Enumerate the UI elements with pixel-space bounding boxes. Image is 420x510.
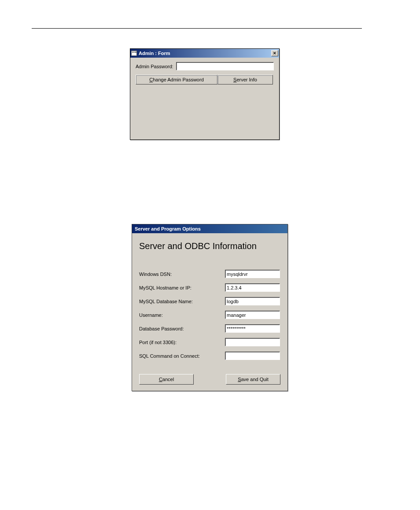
port-label: Port (if not 3306): xyxy=(139,340,225,345)
save-and-quit-button[interactable]: Save and Quit xyxy=(226,374,280,385)
form-icon xyxy=(131,51,137,56)
username-row: Username: xyxy=(139,311,280,319)
sql-command-row: SQL Command on Connect: xyxy=(139,352,280,360)
port-input[interactable] xyxy=(225,338,280,346)
page-divider xyxy=(32,28,362,29)
username-label: Username: xyxy=(139,312,225,318)
sql-command-label: SQL Command on Connect: xyxy=(139,353,225,359)
mysql-db-row: MySQL Database Name: xyxy=(139,297,280,305)
username-input[interactable] xyxy=(225,311,280,319)
port-row: Port (if not 3306): xyxy=(139,338,280,346)
admin-password-input[interactable] xyxy=(176,62,274,70)
admin-titlebar: Admin : Form ✕ xyxy=(130,49,279,58)
server-info-button[interactable]: Server Info xyxy=(217,75,273,84)
server-options-titlebar: Server and Program Options xyxy=(132,224,287,233)
sql-command-input[interactable] xyxy=(225,352,280,360)
server-options-title: Server and Program Options xyxy=(133,226,201,231)
mysql-host-input[interactable] xyxy=(225,283,280,292)
mysql-host-row: MySQL Hostname or IP: xyxy=(139,283,280,292)
change-admin-password-button[interactable]: Change Admin Password xyxy=(136,75,217,84)
windows-dsn-label: Windows DSN: xyxy=(139,272,225,277)
close-icon[interactable]: ✕ xyxy=(271,50,278,56)
admin-window-title: Admin : Form xyxy=(139,51,170,56)
cancel-button[interactable]: Cancel xyxy=(139,374,194,385)
admin-form-window: Admin : Form ✕ Admin Password: Change Ad… xyxy=(130,48,280,140)
server-odbc-heading: Server and ODBC Information xyxy=(139,241,280,251)
db-password-row: Database Password: xyxy=(139,324,280,333)
mysql-db-label: MySQL Database Name: xyxy=(139,299,225,304)
server-options-window: Server and Program Options Server and OD… xyxy=(132,224,288,391)
db-password-input[interactable] xyxy=(225,324,280,333)
db-password-label: Database Password: xyxy=(139,326,225,331)
mysql-db-input[interactable] xyxy=(225,297,280,305)
admin-password-label: Admin Password: xyxy=(136,64,173,69)
windows-dsn-input[interactable] xyxy=(225,270,280,278)
windows-dsn-row: Windows DSN: xyxy=(139,270,280,278)
mysql-host-label: MySQL Hostname or IP: xyxy=(139,285,225,290)
